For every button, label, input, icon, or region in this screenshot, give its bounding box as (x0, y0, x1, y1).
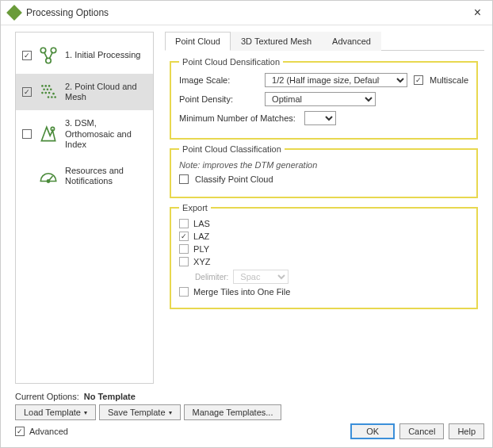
checkbox-dsm[interactable] (22, 129, 32, 139)
delimiter-label: Delimiter: (195, 273, 228, 281)
chevron-down-icon: ▾ (84, 409, 87, 416)
ok-button[interactable]: OK (350, 423, 395, 439)
svg-point-11 (48, 92, 51, 94)
min-matches-select[interactable]: 3 (304, 111, 336, 125)
group-densification: Point Cloud Densification Image Scale: 1… (170, 57, 478, 140)
tab-point-cloud[interactable]: Point Cloud (165, 32, 231, 51)
multiscale-label: Multiscale (430, 75, 468, 85)
chevron-down-icon: ▾ (169, 409, 172, 416)
checkbox-merge[interactable] (179, 287, 189, 297)
svg-point-9 (41, 92, 44, 94)
help-button[interactable]: Help (449, 423, 484, 439)
svg-point-16 (51, 127, 54, 130)
checkbox-ply[interactable] (179, 244, 189, 254)
export-las-label: LAS (193, 219, 210, 228)
sidebar-label: 1. Initial Processing (65, 50, 147, 60)
sidebar-item-pointcloud[interactable]: 2. Point Cloud and Mesh (16, 74, 153, 110)
classification-note: Note: improves the DTM generation (179, 160, 468, 170)
image-scale-label: Image Scale: (179, 75, 258, 85)
legend-export: Export (179, 203, 211, 213)
svg-point-6 (43, 89, 45, 91)
sidebar-item-dsm[interactable]: 3. DSM, Orthomosaic and Index (16, 110, 153, 158)
svg-point-3 (41, 85, 44, 87)
checkbox-multiscale[interactable] (414, 75, 423, 85)
tab-3d-mesh[interactable]: 3D Textured Mesh (231, 32, 322, 51)
svg-point-10 (44, 92, 47, 94)
group-classification: Point Cloud Classification Note: improve… (170, 144, 478, 198)
group-export: Export LAS LAZ PLY XYZ Delimiter: Space … (170, 203, 478, 309)
checkbox-classify[interactable] (179, 174, 189, 184)
checkbox-las[interactable] (179, 219, 189, 228)
svg-point-0 (40, 48, 46, 53)
min-matches-label: Minimum Number of Matches: (179, 113, 298, 123)
svg-point-4 (44, 85, 47, 87)
gauge-icon (38, 166, 59, 186)
advanced-label: Advanced (29, 427, 68, 436)
tab-advanced[interactable]: Advanced (322, 32, 381, 51)
pointcloud-icon (38, 82, 59, 102)
svg-point-17 (47, 180, 49, 182)
close-icon[interactable]: × (471, 6, 484, 20)
save-template-button[interactable]: Save Template▾ (99, 404, 181, 420)
dsm-icon (38, 124, 59, 144)
delimiter-select: Space (233, 270, 289, 284)
titlebar: Processing Options × (1, 1, 492, 25)
current-options-label: Current Options: (15, 392, 79, 401)
sidebar-label: 2. Point Cloud and Mesh (65, 82, 147, 102)
checkbox-laz[interactable] (179, 232, 189, 241)
legend-densification: Point Cloud Densification (179, 57, 283, 67)
checkbox-pointcloud[interactable] (22, 87, 32, 97)
sidebar-label: Resources and Notifications (65, 166, 147, 186)
svg-point-12 (48, 96, 50, 98)
export-ply-label: PLY (193, 244, 209, 254)
export-merge-label: Merge Tiles into One File (193, 287, 290, 297)
export-laz-label: LAZ (193, 232, 209, 241)
sidebar-item-resources[interactable]: Resources and Notifications (16, 158, 153, 194)
manage-templates-button[interactable]: Manage Templates... (184, 404, 282, 420)
main-area: 1. Initial Processing 2. Point Cloud and… (1, 25, 492, 389)
svg-point-13 (51, 96, 53, 98)
checkbox-advanced[interactable] (15, 427, 25, 436)
sidebar: 1. Initial Processing 2. Point Cloud and… (15, 32, 154, 384)
tabs: Point Cloud 3D Textured Mesh Advanced (165, 32, 484, 51)
point-density-select[interactable]: Optimal (265, 92, 376, 106)
cancel-button[interactable]: Cancel (399, 423, 444, 439)
checkbox-initial[interactable] (22, 51, 32, 60)
svg-point-5 (48, 85, 51, 87)
export-xyz-label: XYZ (193, 257, 210, 266)
sidebar-label: 3. DSM, Orthomosaic and Index (65, 118, 147, 150)
point-density-label: Point Density: (179, 94, 258, 104)
bottom-area: Current Options: No Template Load Templa… (1, 389, 492, 447)
sidebar-item-initial[interactable]: 1. Initial Processing (16, 37, 153, 74)
load-template-button[interactable]: Load Template▾ (15, 404, 96, 420)
tab-content: Point Cloud Densification Image Scale: 1… (165, 51, 484, 384)
svg-point-15 (52, 93, 55, 95)
right-pane: Point Cloud 3D Textured Mesh Advanced Po… (165, 32, 484, 384)
svg-point-1 (51, 48, 56, 53)
svg-point-14 (54, 96, 56, 98)
initial-processing-icon (38, 45, 59, 66)
svg-point-8 (50, 89, 52, 91)
checkbox-xyz[interactable] (179, 257, 189, 266)
window-title: Processing Options (26, 7, 464, 18)
image-scale-select[interactable]: 1/2 (Half image size, Default) (265, 73, 407, 87)
classify-label: Classify Point Cloud (195, 174, 273, 184)
svg-point-7 (47, 89, 49, 91)
app-icon (6, 5, 22, 21)
svg-point-2 (46, 58, 52, 63)
current-options-value: No Template (84, 392, 136, 401)
legend-classification: Point Cloud Classification (179, 144, 285, 154)
